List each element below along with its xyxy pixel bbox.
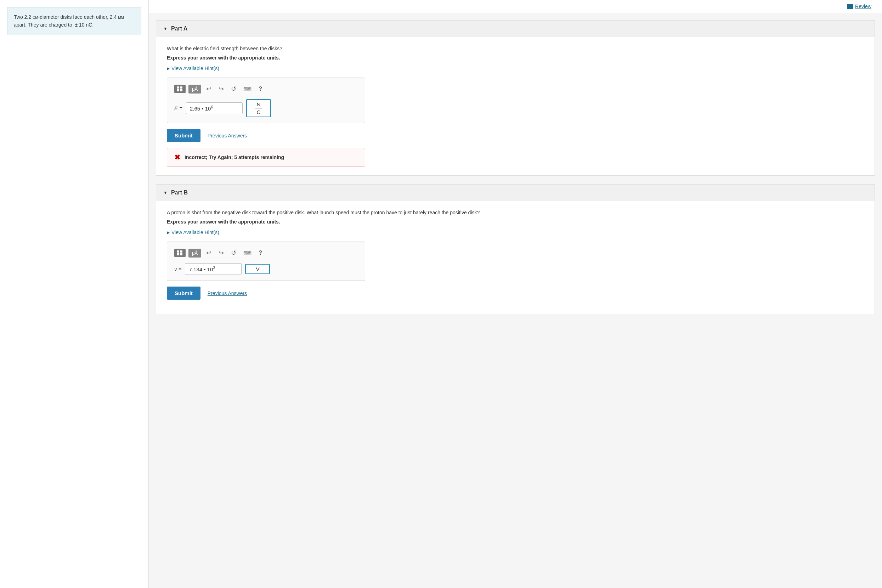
part-b-title: Part B	[171, 189, 188, 196]
main-content: Review ▼ Part A What is the electric fie…	[149, 0, 882, 588]
keyboard-button[interactable]: ⌨	[241, 84, 254, 94]
part-b-header: ▼ Part B	[156, 184, 874, 201]
part-a-answer-box: μÅ ↩ ↪ ↺ ⌨ ? E = 2.65 • 106	[167, 78, 365, 123]
part-b-reset-button[interactable]: ↺	[229, 248, 238, 258]
part-a-hint-link[interactable]: ▶ View Available Hint(s)	[167, 66, 864, 71]
part-a-submit-row: Submit Previous Answers	[167, 129, 864, 142]
grid-icon	[177, 86, 183, 92]
review-bar: Review	[149, 0, 882, 13]
part-a-toolbar: μÅ ↩ ↪ ↺ ⌨ ?	[174, 84, 358, 94]
part-b-question: A proton is shot from the negative disk …	[167, 210, 864, 215]
part-b-eq-input[interactable]: 7.134 • 103	[185, 263, 242, 275]
part-b-redo-button[interactable]: ↪	[216, 248, 226, 258]
part-b-hint-link[interactable]: ▶ View Available Hint(s)	[167, 230, 864, 235]
part-b-undo-button[interactable]: ↩	[204, 248, 214, 258]
part-b-express: Express your answer with the appropriate…	[167, 219, 864, 225]
hint-arrow-icon: ▶	[167, 66, 170, 71]
part-b-body: A proton is shot from the negative disk …	[156, 201, 874, 314]
unit-button[interactable]: μÅ	[189, 85, 201, 93]
part-b-unit-label: μÅ	[192, 250, 198, 256]
problem-description: Two 2.2 cm-diameter disks face each othe…	[7, 7, 141, 35]
help-button[interactable]: ?	[256, 84, 264, 93]
part-b-prev-answers-link[interactable]: Previous Answers	[208, 291, 247, 296]
page-wrapper: Two 2.2 cm-diameter disks face each othe…	[0, 0, 882, 588]
part-a-collapse-icon[interactable]: ▼	[163, 26, 168, 31]
part-a-prev-answers-link[interactable]: Previous Answers	[208, 133, 247, 138]
part-b-collapse-icon[interactable]: ▼	[163, 190, 168, 195]
redo-button[interactable]: ↪	[216, 84, 226, 94]
part-a-unit-top: N	[255, 101, 262, 108]
part-b-help-button[interactable]: ?	[256, 248, 264, 258]
part-b-keyboard-button[interactable]: ⌨	[241, 248, 254, 258]
part-b-answer-box: μÅ ↩ ↪ ↺ ⌨ ? v = 7.134 • 103	[167, 242, 365, 281]
part-a-question: What is the electric field strength betw…	[167, 46, 864, 51]
part-a-error-box: ✖ Incorrect; Try Again; 5 attempts remai…	[167, 148, 365, 167]
part-a-exp: 6	[211, 105, 213, 109]
review-link[interactable]: Review	[847, 3, 872, 9]
part-b-unit-label-display: V	[253, 265, 262, 273]
part-a-header: ▼ Part A	[156, 21, 874, 37]
part-a-equation-row: E = 2.65 • 106 N C	[174, 99, 358, 117]
part-b-equation-row: v = 7.134 • 103 V	[174, 263, 358, 275]
part-a-express: Express your answer with the appropriate…	[167, 55, 864, 61]
part-b-unit-box[interactable]: V	[245, 264, 270, 274]
part-a-eq-input[interactable]: 2.65 • 106	[186, 102, 243, 114]
part-a-hint-label: View Available Hint(s)	[171, 66, 219, 71]
part-b-exp: 3	[213, 266, 215, 270]
part-a-value: 2.65 • 106	[190, 105, 213, 112]
part-a-unit-fraction: N C	[252, 101, 265, 115]
part-a-body: What is the electric field strength betw…	[156, 37, 874, 176]
part-a-submit-button[interactable]: Submit	[167, 129, 201, 142]
part-b-submit-row: Submit Previous Answers	[167, 286, 864, 300]
error-icon: ✖	[174, 153, 180, 162]
sidebar: Two 2.2 cm-diameter disks face each othe…	[0, 0, 149, 588]
part-b-hint-label: View Available Hint(s)	[171, 230, 219, 235]
part-a-unit-bottom: C	[255, 108, 262, 115]
review-icon	[847, 4, 853, 9]
part-a-title: Part A	[171, 26, 188, 32]
part-a-eq-label: E =	[174, 105, 182, 111]
reset-button[interactable]: ↺	[229, 84, 238, 94]
part-b-eq-label: v =	[174, 266, 182, 272]
unit-label: μÅ	[192, 86, 198, 92]
undo-button[interactable]: ↩	[204, 84, 214, 94]
part-b-unit-button[interactable]: μÅ	[189, 249, 201, 258]
part-b-value: 7.134 • 103	[189, 266, 215, 272]
part-a-section: ▼ Part A What is the electric field stre…	[156, 20, 875, 176]
grid-button[interactable]	[174, 85, 186, 93]
part-b-grid-icon	[177, 250, 183, 255]
part-b-submit-button[interactable]: Submit	[167, 286, 201, 300]
part-b-hint-arrow-icon: ▶	[167, 230, 170, 235]
part-b-grid-button[interactable]	[174, 249, 186, 257]
part-b-toolbar: μÅ ↩ ↪ ↺ ⌨ ?	[174, 248, 358, 258]
part-a-unit-box[interactable]: N C	[246, 99, 271, 117]
review-label: Review	[855, 3, 872, 9]
part-b-section: ▼ Part B A proton is shot from the negat…	[156, 184, 875, 314]
error-message: Incorrect; Try Again; 5 attempts remaini…	[184, 154, 284, 160]
